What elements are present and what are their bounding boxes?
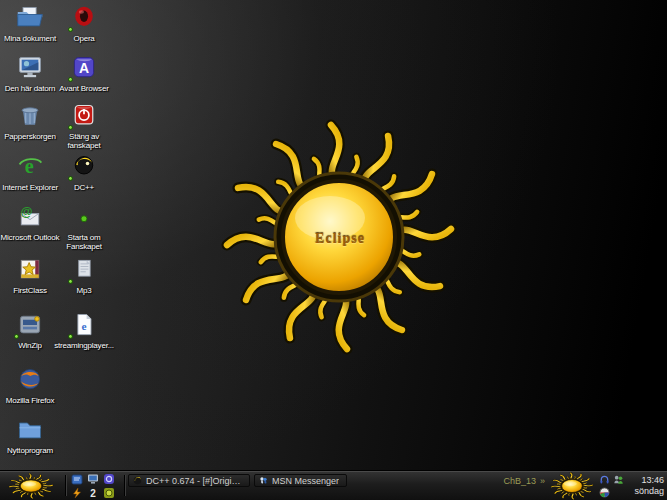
number-2-icon[interactable]: 2 <box>87 487 99 499</box>
documents-folder-icon <box>15 4 45 32</box>
taskbar-divider <box>65 475 66 496</box>
desktop-icon-mp3[interactable]: Mp3 <box>54 256 114 295</box>
outlook-icon: @ <box>15 203 45 231</box>
toolbar-label: ChB_13 <box>503 476 536 486</box>
icon-label: WinZip <box>0 341 60 350</box>
taskbar-divider <box>124 475 125 496</box>
display-icon[interactable] <box>87 473 99 485</box>
toolbar-chb13[interactable]: ChB_13 » <box>503 476 545 486</box>
desktop-icon-streamingplayer[interactable]: e streamingplayer... <box>54 311 114 350</box>
firstclass-icon <box>15 256 45 284</box>
streamingplayer-icon: e <box>69 311 99 339</box>
shortcut-dot <box>14 334 19 339</box>
desktop: Eclipse Mina dokument Den här datorn Pap… <box>0 0 667 500</box>
desktop-icon-microsoft-outlook[interactable]: @ Microsoft Outlook <box>0 203 60 242</box>
clock-day: söndag <box>630 486 664 497</box>
desktop-icon-nyttoprogram[interactable]: Nyttoprogram <box>0 416 60 455</box>
restart-icon <box>69 203 99 231</box>
shortcut-dot <box>68 176 73 181</box>
desktop-icon-starta-om-fanskapet[interactable]: Starta om Fanskapet <box>54 203 114 251</box>
tray-clock[interactable]: 13:46 söndag <box>630 475 664 497</box>
shortcut-dot <box>68 27 73 32</box>
svg-text:@: @ <box>21 205 33 219</box>
folder-icon <box>15 416 45 444</box>
msn-butterfly-icon <box>259 476 268 485</box>
icon-label: Internet Explorer <box>0 183 60 192</box>
shortcut-dot <box>68 334 73 339</box>
taskbar: 2 DC++ 0.674 - [#]Original™... MSN Messe… <box>0 470 667 500</box>
icon-label: Den här datorn <box>0 84 60 93</box>
system-tray <box>599 474 625 498</box>
taskbar-button-msn-messenger[interactable]: MSN Messenger <box>254 474 347 487</box>
desktop-icon-stang-av-fanskapet[interactable]: Stäng av fanskapet <box>54 102 114 150</box>
buddies-icon[interactable] <box>613 474 624 485</box>
recycle-bin-icon <box>15 102 45 130</box>
icon-label: Microsoft Outlook <box>0 233 60 242</box>
icon-label: Stäng av fanskapet <box>54 132 114 150</box>
opera-icon <box>69 4 99 32</box>
lightning-icon[interactable] <box>71 487 83 499</box>
icon-label: Starta om Fanskapet <box>54 233 114 251</box>
headphones-icon[interactable] <box>599 474 610 485</box>
desktop-icon-dcpp[interactable]: DC++ <box>54 153 114 192</box>
desktop-icon-avant-browser[interactable]: A Avant Browser <box>54 54 114 93</box>
globe-badge-icon[interactable] <box>599 487 610 498</box>
dcpp-icon <box>133 476 142 485</box>
my-computer-icon <box>15 54 45 82</box>
shortcut-dot <box>68 279 73 284</box>
desktop-icon-papperskorgen[interactable]: Papperskorgen <box>0 102 60 141</box>
taskbar-button-dcpp[interactable]: DC++ 0.674 - [#]Original™... <box>128 474 250 487</box>
internet-explorer-icon: e <box>15 153 45 181</box>
shortcut-dot <box>68 77 73 82</box>
dcpp-icon <box>69 153 99 181</box>
number-2-glyph: 2 <box>90 488 96 499</box>
icon-label: Avant Browser <box>54 84 114 93</box>
desktop-icon-internet-explorer[interactable]: e Internet Explorer <box>0 153 60 192</box>
sun-start-icon <box>8 473 54 499</box>
avant-browser-icon: A <box>69 54 99 82</box>
desktop-icon-opera[interactable]: Opera <box>54 4 114 43</box>
taskbar-buttons: DC++ 0.674 - [#]Original™... MSN Messeng… <box>128 474 347 487</box>
desktop-icon-winzip[interactable]: WinZip <box>0 311 60 350</box>
icon-label: Opera <box>54 34 114 43</box>
icon-label: Mozilla Firefox <box>0 396 60 405</box>
taskbar-button-label: DC++ 0.674 - [#]Original™... <box>146 476 242 486</box>
icon-label: Mp3 <box>54 286 114 295</box>
desktop-icon-firstclass[interactable]: FirstClass <box>0 256 60 295</box>
sun-logo-icon <box>550 472 594 500</box>
start-button[interactable] <box>0 471 62 500</box>
taskbar-right: ChB_13 » 13:46 söndag <box>503 471 667 500</box>
mp3-document-icon <box>69 256 99 284</box>
chevron-icon[interactable]: » <box>540 476 545 486</box>
green-orb-icon[interactable] <box>103 487 115 499</box>
round-app-icon[interactable] <box>103 473 115 485</box>
taskbar-button-label: MSN Messenger <box>272 476 339 486</box>
firefox-icon <box>15 366 45 394</box>
icon-label: FirstClass <box>0 286 60 295</box>
clock-time: 13:46 <box>630 475 664 486</box>
desktop-icon-mina-dokument[interactable]: Mina dokument <box>0 4 60 43</box>
icon-label: Nyttoprogram <box>0 446 60 455</box>
icon-label: Mina dokument <box>0 34 60 43</box>
wallpaper-eclipse-text: Eclipse <box>289 231 391 247</box>
svg-text:e: e <box>81 320 86 332</box>
quick-launch: 2 <box>69 471 121 500</box>
shutdown-icon <box>69 102 99 130</box>
icon-label: streamingplayer... <box>54 341 114 350</box>
svg-text:A: A <box>79 60 89 76</box>
winzip-icon <box>15 311 45 339</box>
icon-label: DC++ <box>54 183 114 192</box>
desktop-icon-den-har-datorn[interactable]: Den här datorn <box>0 54 60 93</box>
desktop-icon-mozilla-firefox[interactable]: Mozilla Firefox <box>0 366 60 405</box>
notes-icon[interactable] <box>71 473 83 485</box>
shortcut-dot <box>68 125 73 130</box>
icon-label: Papperskorgen <box>0 132 60 141</box>
